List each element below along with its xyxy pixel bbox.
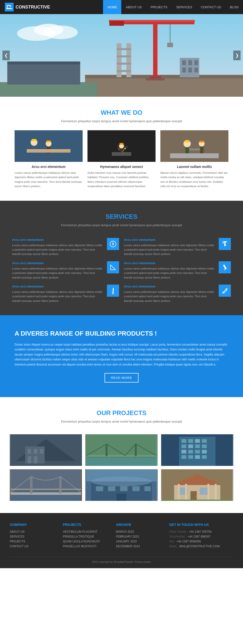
service-icon-3 — [107, 261, 119, 274]
services-subtitle: Fermentum phasellus turpis tempus amet m… — [10, 223, 233, 227]
footer-fax-value: +44 1387 8596356 — [176, 540, 201, 543]
footer-projects-title: PROJECTS — [63, 523, 109, 526]
svg-rect-28 — [188, 68, 192, 72]
svg-rect-147 — [214, 484, 216, 501]
svg-rect-88 — [40, 449, 44, 454]
svg-rect-63 — [170, 153, 219, 158]
projects-subtitle: Fermentum phasellus turpis tempus amet m… — [10, 420, 233, 423]
svg-rect-120 — [11, 492, 81, 495]
building-text: Donec tortor Aliquet viverra ac neque tu… — [14, 342, 228, 367]
footer-company-link-3[interactable]: CONTACT US — [10, 544, 56, 548]
card-title-1: Arcu orci elementum — [14, 165, 82, 169]
svg-rect-104 — [188, 439, 193, 443]
footer-projects-link-0[interactable]: VESTIBULUM PLACERAT — [63, 530, 109, 534]
project-img-3[interactable] — [161, 434, 233, 466]
footer-archive-link-0[interactable]: MARCH 2015 — [116, 530, 162, 534]
svg-rect-130 — [96, 486, 103, 491]
footer-company-link-1[interactable]: SERVICES — [10, 535, 56, 538]
svg-rect-108 — [188, 444, 193, 448]
nav-links: HOME ABOUT US PROJECTS SERVICES CONTACT … — [103, 0, 243, 14]
footer-company-link-2[interactable]: PROJECTS — [10, 540, 56, 543]
svg-point-49 — [126, 146, 127, 147]
svg-rect-53 — [112, 152, 131, 156]
services-grid: Arcu orci elementum Luctus varius pellen… — [12, 238, 231, 303]
projects-title: OUR PROJECTS — [10, 409, 233, 417]
footer-telephone-value: +44 1387 896597 — [188, 535, 210, 538]
hero-section: ❮ ❯ — [0, 14, 243, 97]
hero-next-btn[interactable]: ❯ — [233, 50, 240, 60]
nav-services[interactable]: SERVICES — [172, 0, 196, 14]
service-text-2: Luctus varius pellentesque habitasse ult… — [124, 243, 215, 256]
svg-rect-9 — [85, 75, 243, 78]
svg-rect-43 — [27, 149, 70, 150]
footer-projects-link-3[interactable]: PHASELLUS MUSTACITI — [63, 544, 109, 548]
what-card-3: Laoreet nullam mollis Massa rutrum dapib… — [160, 130, 228, 188]
svg-rect-57 — [186, 147, 189, 154]
svg-rect-62 — [200, 146, 204, 153]
service-title-3: Arcu orci elementum — [12, 261, 104, 265]
svg-rect-144 — [178, 484, 180, 501]
project-img-1[interactable] — [10, 434, 82, 466]
svg-rect-72 — [224, 245, 226, 246]
card-img-3 — [160, 130, 228, 162]
service-item-4: Arcu orci elementum Luctus varius pellen… — [124, 261, 231, 280]
service-item-5: Arcu orci elementum Luctus varius pellen… — [12, 284, 119, 303]
nav-about[interactable]: ABOUT US — [121, 0, 146, 14]
building-title: A DIVERES RANGE OF BUILDING PRODUCTS ! — [14, 330, 228, 337]
service-item-6: Arcu orci elementum Luctus varius pellen… — [124, 284, 231, 303]
svg-rect-103 — [181, 439, 186, 443]
svg-rect-34 — [7, 62, 80, 64]
footer-contact-title: GET IN TOUCH WITH US — [169, 523, 233, 526]
svg-rect-93 — [86, 455, 157, 457]
building-section: A DIVERES RANGE OF BUILDING PRODUCTS ! D… — [0, 315, 243, 397]
project-img-5[interactable] — [85, 469, 158, 501]
footer-email-value: MAIL@CONSTRUCTIVE.COM — [179, 544, 220, 548]
service-item-3: Arcu orci elementum Luctus varius pellen… — [12, 261, 119, 280]
nav-home[interactable]: HOME — [103, 0, 121, 14]
svg-rect-146 — [207, 484, 209, 501]
svg-rect-13 — [117, 56, 131, 57]
nav-blog[interactable]: BLOG — [226, 0, 243, 14]
card-title-2: Hymenaeos aliquet senect — [88, 165, 156, 169]
footer-company-title: COMPANY — [10, 523, 56, 526]
svg-rect-12 — [117, 48, 131, 50]
projects-grid — [10, 434, 233, 501]
project-img-2[interactable] — [85, 434, 158, 466]
card-title-3: Laoreet nullam mollis — [160, 165, 228, 169]
what-we-do-section: WHAT WE DO Fermentum phasellus turpis te… — [0, 97, 243, 201]
footer-company-link-0[interactable]: ABOUT US — [10, 530, 56, 534]
svg-rect-90 — [34, 456, 38, 464]
svg-rect-80 — [112, 293, 114, 294]
svg-rect-24 — [182, 60, 186, 65]
svg-rect-106 — [202, 439, 206, 443]
svg-rect-56 — [185, 140, 189, 142]
svg-marker-73 — [110, 265, 116, 270]
footer-company-col: COMPANY ABOUT US SERVICES PROJECTS CONTA… — [10, 523, 56, 550]
svg-point-81 — [222, 292, 224, 293]
nav-contact[interactable]: CONTACT US — [196, 0, 226, 14]
svg-rect-142 — [190, 491, 196, 501]
footer-free-phone-label: FREE PHONE : — [169, 530, 188, 533]
hero-prev-btn[interactable]: ❮ — [2, 50, 10, 60]
card-img-1 — [14, 130, 82, 162]
svg-rect-133 — [132, 486, 140, 491]
service-text-5: Luctus varius pellentesque habitasse ult… — [12, 290, 104, 303]
svg-rect-135 — [117, 494, 126, 501]
footer-archive-link-2[interactable]: JANUARY 2015 — [116, 540, 162, 543]
svg-rect-33 — [7, 63, 80, 84]
footer-projects-link-1[interactable]: FRINGILLA TRISTIQUE — [63, 535, 109, 538]
project-img-6[interactable] — [161, 469, 233, 501]
svg-point-143 — [195, 496, 196, 497]
footer-archive-link-3[interactable]: DECEMBER 2014 — [116, 544, 162, 548]
footer-contact-col: GET IN TOUCH WITH US FREE PHONE : +44 13… — [169, 523, 233, 550]
read-more-button[interactable]: READ MORE — [104, 373, 138, 382]
service-icon-1 — [107, 238, 119, 250]
footer-archive-link-1[interactable]: FEBRUARY 2015 — [116, 535, 162, 538]
svg-rect-134 — [144, 486, 151, 491]
nav-projects[interactable]: PROJECTS — [146, 0, 172, 14]
footer-projects-link-2[interactable]: QUAM LIGULA NUNCMUST — [63, 540, 109, 543]
svg-rect-109 — [195, 444, 200, 448]
svg-rect-115 — [181, 455, 186, 459]
project-img-4[interactable] — [10, 469, 82, 501]
service-text-1: Luctus varius pellentesque habitasse ult… — [12, 243, 104, 256]
